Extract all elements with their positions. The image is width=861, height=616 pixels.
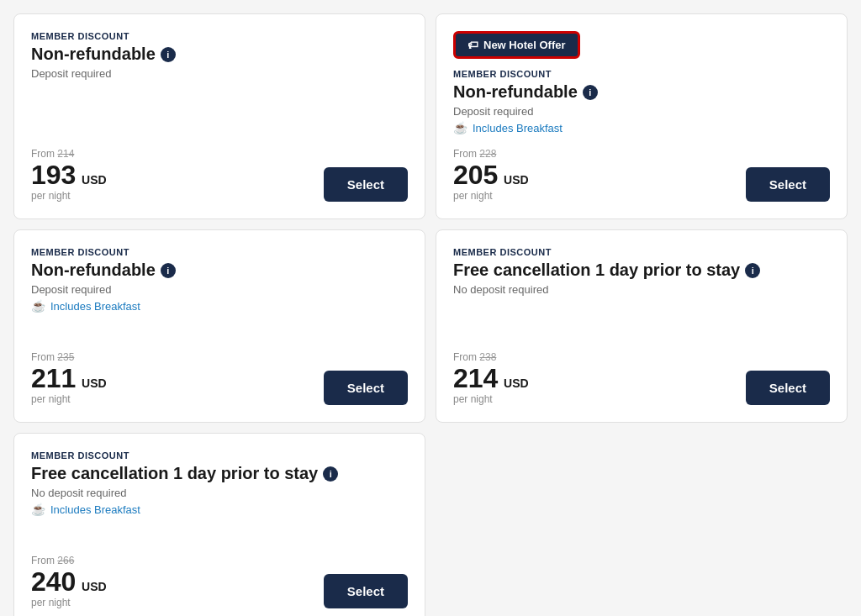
card-top: MEMBER DISCOUNT Non-refundable i Deposit… <box>31 31 408 83</box>
price-block: From 228 205 USD per night <box>453 148 529 202</box>
select-button[interactable]: Select <box>746 371 830 405</box>
breakfast-info: ☕ Includes Breakfast <box>453 121 830 134</box>
price-block: From 266 240 USD per night <box>31 555 107 608</box>
info-icon[interactable]: i <box>161 263 176 278</box>
member-discount-label: MEMBER DISCOUNT <box>31 450 408 461</box>
member-discount-label: MEMBER DISCOUNT <box>31 31 408 41</box>
price-amount: 240 <box>31 566 76 597</box>
select-button[interactable]: Select <box>746 167 830 202</box>
info-icon[interactable]: i <box>745 263 760 278</box>
deposit-info: No deposit required <box>453 283 830 296</box>
price-block: From 214 193 USD per night <box>31 148 107 202</box>
original-price: 228 <box>479 148 496 160</box>
price-main: 205 USD <box>453 161 529 188</box>
price-amount: 205 <box>453 160 498 190</box>
price-block: From 235 211 USD per night <box>31 351 107 405</box>
per-night: per night <box>31 393 107 405</box>
original-price: 266 <box>57 555 74 566</box>
member-discount-label: MEMBER DISCOUNT <box>453 69 830 79</box>
original-price: 214 <box>57 148 74 160</box>
select-button[interactable]: Select <box>324 371 408 405</box>
price-currency: USD <box>82 580 107 593</box>
price-currency: USD <box>82 173 107 187</box>
price-main: 193 USD <box>31 161 107 188</box>
original-price: 235 <box>57 351 74 363</box>
deposit-info: Deposit required <box>31 283 408 296</box>
price-row: From 235 211 USD per night Select <box>31 351 408 405</box>
breakfast-label: Includes Breakfast <box>473 122 563 134</box>
per-night: per night <box>31 190 107 202</box>
per-night: per night <box>453 393 529 405</box>
rate-card-5: MEMBER DISCOUNT Free cancellation 1 day … <box>13 433 425 616</box>
new-hotel-offer-badge: 🏷 New Hotel Offer <box>453 31 580 59</box>
info-icon[interactable]: i <box>583 85 598 100</box>
price-currency: USD <box>504 173 529 187</box>
rate-type: Free cancellation 1 day prior to stay i <box>31 464 408 483</box>
rate-type: Non-refundable i <box>453 82 830 102</box>
cards-grid: MEMBER DISCOUNT Non-refundable i Deposit… <box>13 13 848 616</box>
info-icon[interactable]: i <box>161 47 176 62</box>
per-night: per night <box>31 597 107 608</box>
price-row: From 266 240 USD per night Select <box>31 555 408 608</box>
price-main: 211 USD <box>31 365 107 392</box>
price-amount: 193 <box>31 160 76 190</box>
price-main: 214 USD <box>453 365 529 392</box>
rate-card-2: 🏷 New Hotel Offer MEMBER DISCOUNT Non-re… <box>436 13 848 219</box>
rate-type: Non-refundable i <box>31 261 408 280</box>
member-discount-label: MEMBER DISCOUNT <box>31 247 408 257</box>
price-row: From 238 214 USD per night Select <box>453 351 830 405</box>
from-label: From 235 <box>31 351 107 363</box>
rate-card-3: MEMBER DISCOUNT Non-refundable i Deposit… <box>13 229 425 423</box>
from-label: From 238 <box>453 351 529 363</box>
rate-type: Non-refundable i <box>31 45 408 64</box>
original-price: 238 <box>479 351 496 363</box>
deposit-info: Deposit required <box>453 105 830 118</box>
coffee-icon: ☕ <box>31 299 45 313</box>
price-currency: USD <box>504 376 529 390</box>
breakfast-info: ☕ Includes Breakfast <box>31 503 408 516</box>
select-button[interactable]: Select <box>324 574 408 608</box>
from-label: From 228 <box>453 148 529 160</box>
price-row: From 228 205 USD per night Select <box>453 148 830 202</box>
deposit-info: No deposit required <box>31 487 408 499</box>
card-top: MEMBER DISCOUNT Non-refundable i Deposit… <box>31 247 408 316</box>
from-label: From 214 <box>31 148 107 160</box>
per-night: per night <box>453 190 529 202</box>
price-amount: 214 <box>453 363 498 393</box>
tag-icon: 🏷 <box>467 39 478 51</box>
rate-type: Free cancellation 1 day prior to stay i <box>453 261 830 280</box>
card-top: MEMBER DISCOUNT Free cancellation 1 day … <box>453 247 830 299</box>
card-top: MEMBER DISCOUNT Free cancellation 1 day … <box>31 450 408 519</box>
breakfast-label: Includes Breakfast <box>50 503 140 516</box>
price-main: 240 USD <box>31 568 107 595</box>
coffee-icon: ☕ <box>31 503 45 516</box>
breakfast-info: ☕ Includes Breakfast <box>31 299 408 313</box>
card-top: 🏷 New Hotel Offer MEMBER DISCOUNT Non-re… <box>453 31 830 138</box>
price-row: From 214 193 USD per night Select <box>31 148 408 202</box>
from-label: From 266 <box>31 555 107 566</box>
coffee-icon: ☕ <box>453 121 467 134</box>
info-icon[interactable]: i <box>323 466 338 482</box>
price-currency: USD <box>82 376 107 390</box>
new-hotel-offer-label: New Hotel Offer <box>483 39 566 51</box>
price-amount: 211 <box>31 363 76 393</box>
price-block: From 238 214 USD per night <box>453 351 529 405</box>
select-button[interactable]: Select <box>324 167 408 202</box>
member-discount-label: MEMBER DISCOUNT <box>453 247 830 257</box>
rate-card-1: MEMBER DISCOUNT Non-refundable i Deposit… <box>13 13 425 219</box>
deposit-info: Deposit required <box>31 67 408 80</box>
rate-card-4: MEMBER DISCOUNT Free cancellation 1 day … <box>436 229 848 423</box>
breakfast-label: Includes Breakfast <box>50 300 140 313</box>
